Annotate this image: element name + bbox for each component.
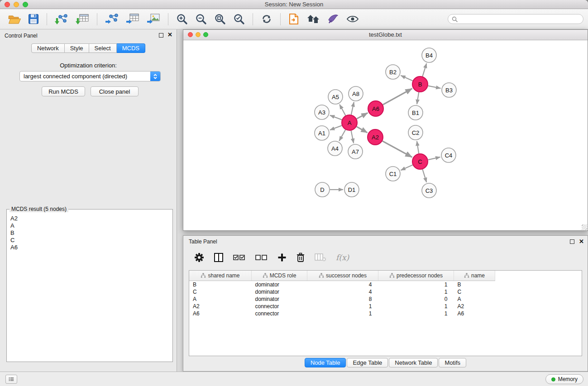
graph-node-A1[interactable]: A1 [315, 126, 329, 140]
export-image-button[interactable] [145, 12, 162, 26]
table-row[interactable]: Cdominator41C [189, 288, 495, 295]
minimize-window-button[interactable] [14, 2, 19, 7]
graph-node-A3[interactable]: A3 [315, 105, 329, 119]
graph-edge-A-A5[interactable] [339, 105, 345, 116]
zoom-fit-button[interactable] [213, 12, 227, 26]
table-cell[interactable]: 0 [378, 295, 454, 303]
close-panel-button[interactable]: Close panel [91, 86, 139, 96]
table-cell[interactable]: A2 [454, 303, 495, 310]
graph-node-A5[interactable]: A5 [328, 90, 343, 104]
graph-edge-A-A4[interactable] [339, 130, 345, 141]
mcds-result-item[interactable]: C [10, 237, 169, 244]
graph-edge-C-C1[interactable] [401, 165, 412, 170]
resize-grip[interactable] [582, 224, 587, 230]
table-row[interactable]: A6connector11A6 [189, 310, 495, 317]
mcds-result-item[interactable]: A6 [10, 244, 169, 251]
zoom-in-button[interactable] [175, 12, 189, 26]
close-network-window-button[interactable] [188, 32, 193, 37]
memory-button[interactable]: Memory [545, 374, 583, 384]
table-cell[interactable]: connector [252, 310, 307, 317]
column-header-shared-name[interactable]: shared name [189, 271, 252, 281]
table-cell[interactable]: C [454, 288, 495, 295]
float-control-panel-icon[interactable] [159, 33, 163, 38]
graph-node-B3[interactable]: B3 [442, 83, 456, 97]
float-table-panel-icon[interactable] [570, 239, 574, 244]
export-table-button[interactable] [124, 12, 141, 26]
graph-node-D[interactable]: D [315, 182, 330, 197]
graph-node-B[interactable]: B [412, 76, 428, 92]
export-network-button[interactable] [104, 12, 120, 26]
column-header-mcds-role[interactable]: MCDS role [252, 271, 307, 281]
tab-select[interactable]: Select [89, 43, 117, 53]
graph-edge-C-C3[interactable] [422, 169, 426, 182]
tab-motifs[interactable]: Motifs [439, 358, 466, 367]
criterion-dropdown[interactable]: largest connected component (directed) [19, 71, 161, 81]
graph-node-A8[interactable]: A8 [349, 86, 363, 101]
table-cell[interactable]: dominator [252, 295, 307, 303]
graph-node-A7[interactable]: A7 [348, 144, 363, 159]
graph-edge-A2-C[interactable] [382, 141, 412, 157]
table-cell[interactable]: 1 [378, 288, 454, 295]
table-cell[interactable]: 1 [378, 303, 454, 310]
graph-edge-B-B4[interactable] [422, 63, 426, 76]
graph-edge-B-B3[interactable] [428, 86, 441, 89]
tab-node-table[interactable]: Node Table [305, 358, 346, 367]
graph-node-A[interactable]: A [342, 115, 357, 130]
graph-edge-A-A2[interactable] [357, 127, 368, 133]
table-cell[interactable]: 1 [378, 310, 454, 317]
graph-edge-A6-B[interactable] [383, 89, 412, 105]
mcds-result-item[interactable]: B [10, 229, 169, 237]
graph-node-C1[interactable]: C1 [386, 167, 400, 181]
table-cell[interactable]: dominator [252, 281, 307, 288]
table-cell[interactable]: 8 [307, 295, 378, 303]
graph-edge-B-B2[interactable] [401, 76, 412, 81]
graph-node-C3[interactable]: C3 [422, 183, 436, 198]
mcds-result-item[interactable]: A [10, 222, 169, 229]
zoom-network-window-button[interactable] [203, 32, 208, 37]
graph-edge-A-A6[interactable] [357, 113, 368, 119]
network-overview-button[interactable] [305, 13, 321, 25]
save-session-button[interactable] [27, 13, 40, 25]
column-header-predecessor-nodes[interactable]: predecessor nodes [378, 271, 454, 281]
open-session-button[interactable] [7, 13, 22, 25]
import-network-button[interactable] [53, 12, 70, 26]
graph-edge-A-A3[interactable] [330, 115, 342, 120]
graph-edge-C-C2[interactable] [417, 141, 419, 153]
table-cell[interactable]: connector [252, 303, 307, 310]
graph-node-C2[interactable]: C2 [408, 125, 423, 140]
tab-style[interactable]: Style [65, 43, 89, 53]
table-settings-button[interactable] [193, 252, 205, 263]
graph-node-A6[interactable]: A6 [368, 101, 383, 116]
table-cell[interactable]: A6 [189, 310, 252, 317]
function-builder-button[interactable]: f(x) [335, 252, 350, 263]
search-input[interactable] [460, 15, 579, 23]
graph-node-A2[interactable]: A2 [368, 129, 383, 145]
toggle-details-button[interactable] [345, 14, 360, 24]
network-snapshot-button[interactable] [287, 12, 301, 26]
delete-button[interactable] [295, 252, 306, 263]
minimize-network-window-button[interactable] [196, 32, 201, 37]
close-table-panel-icon[interactable]: ✕ [579, 238, 584, 245]
graph-node-B4[interactable]: B4 [422, 48, 436, 62]
run-mcds-button[interactable]: Run MCDS [42, 86, 85, 96]
deselect-all-button[interactable] [254, 253, 269, 262]
delete-column-button[interactable] [314, 252, 327, 263]
style-button[interactable] [326, 13, 340, 25]
graph-edge-A-A8[interactable] [351, 102, 354, 115]
graph-edge-A-A1[interactable] [330, 125, 342, 130]
column-header-name[interactable]: name [454, 271, 495, 281]
show-columns-button[interactable] [213, 252, 225, 263]
graph-edge-B-B1[interactable] [417, 92, 419, 104]
table-cell[interactable]: 1 [307, 310, 378, 317]
table-cell[interactable]: 1 [307, 303, 378, 310]
table-cell[interactable]: C [189, 288, 252, 295]
tab-edge-table[interactable]: Edge Table [347, 358, 388, 367]
network-canvas[interactable]: B4B2BB3A8A5A6A3B1AA1C2A2A4A7C4CC1C3DD1 [183, 40, 588, 230]
graph-node-B2[interactable]: B2 [386, 65, 400, 79]
task-history-button[interactable] [5, 375, 17, 384]
mcds-result-item[interactable]: A2 [10, 215, 169, 222]
table-cell[interactable]: 4 [307, 288, 378, 295]
table-cell[interactable]: dominator [252, 288, 307, 295]
graph-node-C[interactable]: C [412, 154, 428, 169]
select-all-button[interactable] [232, 253, 247, 262]
